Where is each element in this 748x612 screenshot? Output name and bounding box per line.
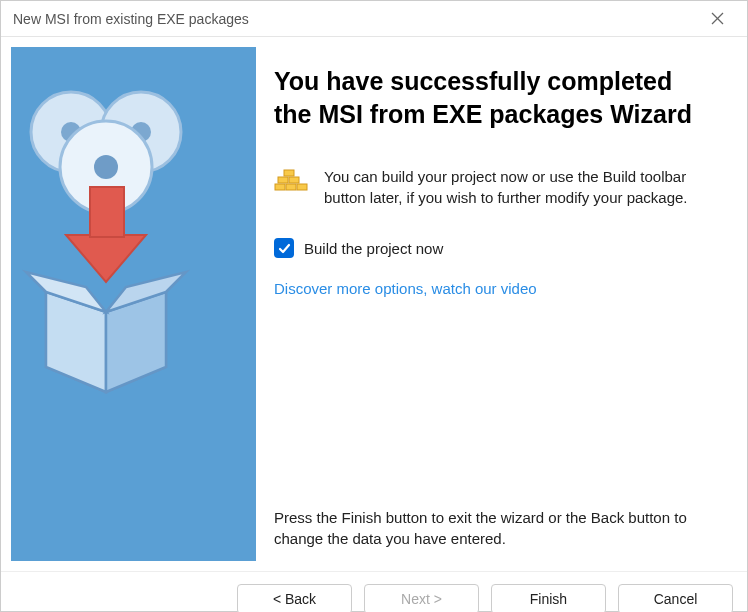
svg-marker-9 bbox=[66, 235, 146, 282]
title-bar: New MSI from existing EXE packages bbox=[1, 1, 747, 37]
window-title: New MSI from existing EXE packages bbox=[13, 11, 699, 27]
svg-rect-16 bbox=[284, 170, 294, 176]
spacer bbox=[274, 297, 715, 507]
build-now-checkbox[interactable] bbox=[274, 238, 294, 258]
svg-rect-17 bbox=[278, 177, 288, 183]
finish-button[interactable]: Finish bbox=[491, 584, 606, 612]
info-row: You can build your project now or use th… bbox=[274, 166, 715, 208]
info-text: You can build your project now or use th… bbox=[324, 166, 715, 208]
wizard-window: New MSI from existing EXE packages bbox=[0, 0, 748, 612]
next-button: Next > bbox=[364, 584, 479, 612]
close-icon bbox=[711, 12, 724, 25]
build-now-checkbox-row: Build the project now bbox=[274, 238, 715, 258]
svg-point-7 bbox=[94, 155, 118, 179]
footer-hint: Press the Finish button to exit the wiza… bbox=[274, 507, 715, 549]
close-button[interactable] bbox=[699, 1, 735, 37]
button-bar: < Back Next > Finish Cancel bbox=[1, 571, 747, 612]
cancel-button[interactable]: Cancel bbox=[618, 584, 733, 612]
content-area: You have successfully completed the MSI … bbox=[1, 37, 747, 571]
build-now-label: Build the project now bbox=[304, 240, 443, 257]
main-content: You have successfully completed the MSI … bbox=[266, 37, 747, 571]
svg-rect-18 bbox=[289, 177, 299, 183]
checkmark-icon bbox=[278, 242, 291, 255]
svg-rect-19 bbox=[275, 184, 285, 190]
discover-video-link[interactable]: Discover more options, watch our video bbox=[274, 280, 715, 297]
wizard-sidebar-image bbox=[11, 47, 256, 561]
svg-rect-10 bbox=[90, 187, 124, 237]
svg-rect-21 bbox=[297, 184, 307, 190]
install-box-icon bbox=[11, 47, 256, 557]
wizard-heading: You have successfully completed the MSI … bbox=[274, 65, 715, 130]
build-brick-icon bbox=[274, 166, 308, 200]
svg-rect-20 bbox=[286, 184, 296, 190]
back-button[interactable]: < Back bbox=[237, 584, 352, 612]
